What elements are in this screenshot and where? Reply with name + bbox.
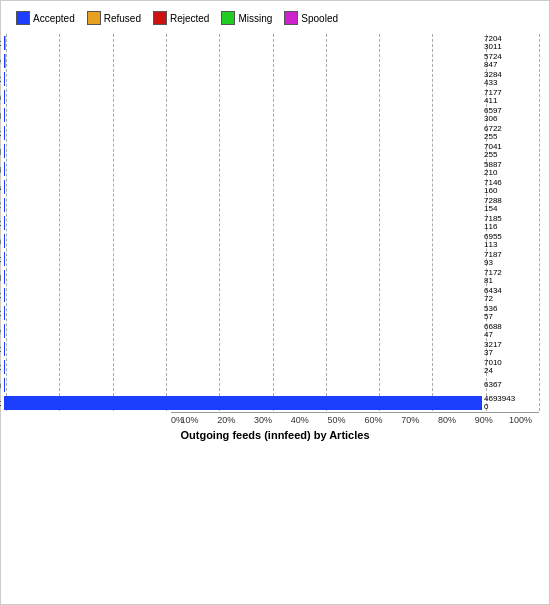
refused-value: 81 [484,277,539,285]
x-tick: 30% [245,413,282,425]
refused-value: 3011 [484,43,539,51]
value-display: 7146160 [484,179,539,195]
chart-row: news.tnetconsulting.net7185116 [0,214,539,231]
value-display: 6955113 [484,233,539,249]
legend-color-box [221,11,235,25]
chart-title: Outgoing feeds (innfeed) by Articles [6,429,544,441]
x-tick: 90% [465,413,502,425]
chart-row: nntp.comgw.net643472 [0,286,539,303]
value-display: 643472 [484,287,539,303]
refused-value: 847 [484,61,539,69]
chart-row: usenet.network6722255 [0,124,539,141]
refused-value: 210 [484,169,539,177]
accepted-bar [4,162,5,176]
x-tick: 50% [318,413,355,425]
accepted-bar [4,324,5,338]
accepted-bar [4,378,5,392]
accepted-bar [4,216,5,230]
legend-color-box [284,11,298,25]
accepted-bar [4,144,5,158]
x-tick: 70% [392,413,429,425]
x-axis: 0%10%20%30%40%50%60%70%80%90%100% [171,412,539,425]
value-display: 701024 [484,359,539,375]
accepted-bar [4,288,5,302]
chart-row: news.furie.org.uk3284433 [0,70,539,87]
value-display: 72043011 [484,35,539,51]
x-tick: 0% [171,413,184,425]
chart-body: news.netfront.net72043011nyheter.lysator… [6,34,544,425]
value-display: 6722255 [484,125,539,141]
chart-row: news.nk.ca7146160 [0,178,539,195]
accepted-bar [4,180,5,194]
accepted-bar [4,198,5,212]
chart-row: news.weretis.net718793 [0,250,539,267]
legend-item: Missing [221,11,272,25]
value-display: 6367 [484,381,539,389]
chart-row: newsfeed.xs3.de668847 [0,322,539,339]
chart-row: news.nntp4.net46939430 [0,394,539,411]
value-display: 5724847 [484,53,539,69]
refused-value: 0 [484,403,539,411]
refused-value: 154 [484,205,539,213]
chart-row: newsfeed.bofh.team6955113 [0,232,539,249]
legend-label: Missing [238,13,272,24]
value-display: 7041255 [484,143,539,159]
accepted-value: 6367 [484,381,539,389]
chart-row: i2pn.org7041255 [0,142,539,159]
value-display: 46939430 [484,395,539,411]
legend-item: Spooled [284,11,338,25]
refused-value: 37 [484,349,539,357]
x-tick: 80% [429,413,466,425]
accepted-bar [4,360,5,374]
accepted-value: 4693943 [484,395,539,403]
value-display: 321737 [484,341,539,357]
x-tick: 40% [281,413,318,425]
refused-value: 57 [484,313,539,321]
refused-value: 411 [484,97,539,105]
legend-color-box [153,11,167,25]
accepted-bar [4,90,5,104]
chart-row: news.samoylyk.net701024 [0,358,539,375]
value-display: 718793 [484,251,539,267]
legend-label: Accepted [33,13,75,24]
legend-label: Rejected [170,13,209,24]
chart-row: nyheter.lysator.liu.se5724847 [0,52,539,69]
value-display: 668847 [484,323,539,339]
value-display: 7185116 [484,215,539,231]
accepted-bar [4,126,5,140]
legend: AcceptedRefusedRejectedMissingSpooled [6,6,544,30]
legend-label: Refused [104,13,141,24]
legend-color-box [87,11,101,25]
refused-value: 113 [484,241,539,249]
refused-value: 255 [484,151,539,159]
refused-value: 433 [484,79,539,87]
chart-row: news.bbs.nz7288154 [0,196,539,213]
accepted-bar [4,270,5,284]
value-display: 3284433 [484,71,539,87]
legend-color-box [16,11,30,25]
refused-value: 24 [484,367,539,375]
accepted-bar [4,252,5,266]
x-tick: 60% [355,413,392,425]
chart-row: usenet.goja.nl.eu.org5887210 [0,160,539,177]
refused-value: 160 [484,187,539,195]
chart-row: usenet.blueworldhosting.com6367 [0,376,539,393]
chart-row: news.corradoroberto.it53657 [0,304,539,321]
legend-item: Refused [87,11,141,25]
value-display: 7177411 [484,89,539,105]
refused-value: 47 [484,331,539,339]
value-display: 7288154 [484,197,539,213]
refused-value: 116 [484,223,539,231]
x-tick: 100% [502,413,539,425]
refused-value: 72 [484,295,539,303]
chart-row: photonic.trudheim.com7177411 [0,88,539,105]
accepted-bar [4,108,5,122]
accepted-bar [4,396,482,410]
x-tick: 20% [208,413,245,425]
chart-row: news.hispagatos.org6597306 [0,106,539,123]
value-display: 717281 [484,269,539,285]
chart-row: news.quux.org717281 [0,268,539,285]
grid-line [539,34,540,411]
value-display: 6597306 [484,107,539,123]
legend-item: Rejected [153,11,209,25]
